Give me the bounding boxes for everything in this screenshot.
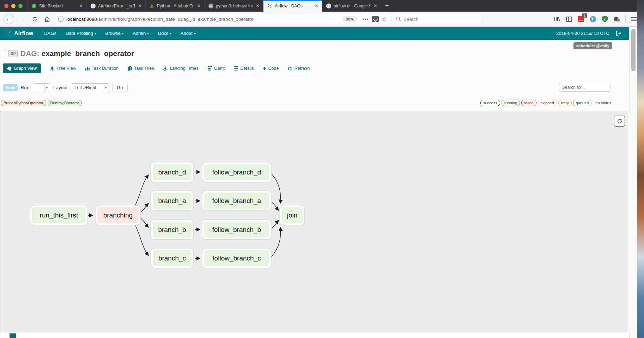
close-icon[interactable]: ✕ xyxy=(314,3,319,8)
tab-tree-view[interactable]: Tree View xyxy=(50,66,76,71)
back-button[interactable]: ← xyxy=(4,14,14,24)
page-info-icon[interactable]: i xyxy=(58,17,63,22)
copy-icon xyxy=(128,66,132,71)
nav-item-docs[interactable]: Docs▾ xyxy=(153,27,176,40)
new-tab-button[interactable]: + xyxy=(381,0,393,12)
task-node-branch-d[interactable]: branch_d xyxy=(151,162,193,182)
task-node-branch-a[interactable]: branch_a xyxy=(151,191,193,210)
svg-text:G: G xyxy=(327,4,330,8)
bookmark-star-icon[interactable]: ☆ xyxy=(382,16,387,23)
task-node-follow-branch-a[interactable]: follow_branch_a xyxy=(202,191,271,210)
tab-graph-view[interactable]: Graph View xyxy=(3,63,41,73)
toggle-knob xyxy=(3,50,9,57)
screenshot-extension-icon[interactable]: 1 xyxy=(577,16,584,23)
tab-landing-times[interactable]: Landing Times xyxy=(163,66,198,71)
refresh-link[interactable]: Refresh xyxy=(288,66,310,71)
tab-site-blocked[interactable]: Site Blocked ✕ xyxy=(28,0,86,12)
plane-icon xyxy=(163,66,168,71)
task-node-branch-c[interactable]: branch_c xyxy=(151,248,193,268)
close-window-button[interactable] xyxy=(4,4,8,8)
logout-icon[interactable] xyxy=(616,31,621,36)
go-button[interactable]: Go xyxy=(112,83,127,92)
shield-green-icon xyxy=(31,3,37,8)
scrollbar-thumb[interactable] xyxy=(631,29,636,71)
run-status-badge: None xyxy=(3,84,18,91)
view-label: Refresh xyxy=(294,66,310,71)
minimize-window-button[interactable] xyxy=(11,4,16,8)
nav-item-dags[interactable]: DAGs xyxy=(40,27,61,40)
tab-github[interactable]: python3: behave incorrectly mo ✕ xyxy=(204,0,263,12)
tab-google-search[interactable]: G airflow ui - Google Search ✕ xyxy=(322,0,381,12)
view-label: Task Duration xyxy=(92,66,119,71)
tab-gantt[interactable]: Gantt xyxy=(208,66,225,71)
bolt-icon xyxy=(263,66,266,71)
pocket-icon[interactable] xyxy=(372,16,379,22)
task-search-input[interactable] xyxy=(559,83,610,92)
caret-down-icon: ▾ xyxy=(170,32,171,35)
layout-select[interactable]: Left->Right ▾ xyxy=(72,83,109,92)
nav-item-data-profiling[interactable]: Data Profiling▾ xyxy=(61,27,101,40)
reload-button[interactable] xyxy=(30,14,40,24)
refresh-icon xyxy=(288,66,292,71)
blue-extension-icon[interactable] xyxy=(589,16,596,23)
tab-task-tries[interactable]: Task Tries xyxy=(128,66,154,71)
page-actions-icon[interactable]: ••• xyxy=(363,17,369,22)
view-label: Gantt xyxy=(214,66,225,71)
tab-title: python3: behave incorrectly mo xyxy=(216,4,253,8)
task-node-join[interactable]: join xyxy=(280,205,304,225)
airflow-pinwheel-icon xyxy=(4,29,12,38)
graph-refresh-button[interactable] xyxy=(614,116,625,127)
graph-view-icon xyxy=(7,66,12,71)
status-pill-retry: retry xyxy=(558,100,572,106)
caret-down-icon: ▾ xyxy=(122,32,124,35)
airflow-logo-text: Airflow xyxy=(14,30,33,37)
tab-details[interactable]: Details xyxy=(234,66,254,71)
nav-item-browse[interactable]: Browse▾ xyxy=(101,27,128,40)
tab-attribute-error[interactable]: G AttributeError: '_io.TextIOWrapp ✕ xyxy=(86,0,145,12)
task-node-run-this-first[interactable]: run_this_first xyxy=(30,205,87,225)
close-icon[interactable]: ✕ xyxy=(78,3,84,8)
library-icon[interactable] xyxy=(553,16,560,23)
tab-code[interactable]: Code xyxy=(263,66,279,71)
menu-icon[interactable] xyxy=(631,16,638,23)
svg-text:£: £ xyxy=(604,18,606,21)
desktop-wallpaper-sliver xyxy=(637,0,644,338)
forward-button[interactable]: → xyxy=(17,14,27,24)
home-button[interactable] xyxy=(42,14,52,24)
search-bar[interactable]: Search xyxy=(393,14,481,24)
nav-item-admin[interactable]: Admin▾ xyxy=(128,27,153,40)
close-icon[interactable]: ✕ xyxy=(196,3,201,8)
url-bar[interactable]: i localhost:8080/admin/airflow/graph?exe… xyxy=(55,14,390,24)
dag-name: example_branch_operator xyxy=(42,49,134,57)
close-icon[interactable]: ✕ xyxy=(373,3,378,8)
nav-label: About xyxy=(181,31,193,36)
google-icon: G xyxy=(326,3,331,8)
sidebar-toggle-icon[interactable] xyxy=(565,16,572,23)
close-icon[interactable]: ✕ xyxy=(255,3,260,8)
tab-task-duration[interactable]: Task Duration xyxy=(85,66,119,71)
task-node-follow-branch-b[interactable]: follow_branch_b xyxy=(202,220,271,239)
airflow-logo[interactable]: Airflow xyxy=(4,29,40,38)
nav-item-about[interactable]: About▾ xyxy=(176,27,200,40)
view-label: Graph View xyxy=(14,66,37,71)
task-node-follow-branch-d[interactable]: follow_branch_d xyxy=(202,162,271,182)
close-icon[interactable]: ✕ xyxy=(137,3,142,8)
tab-title: Airflow - DAGs xyxy=(275,4,311,8)
ghostery-extension-icon[interactable] xyxy=(613,16,620,23)
airflow-icon xyxy=(267,3,272,8)
url-text[interactable]: localhost:8080/admin/airflow/graph?execu… xyxy=(66,17,340,22)
dag-graph-panel[interactable]: run_this_first branching branch_d follow… xyxy=(0,111,629,333)
privacy-shield-icon[interactable]: £ xyxy=(601,16,608,23)
tab-airflow-dags[interactable]: Airflow - DAGs ✕ xyxy=(263,0,322,12)
task-node-follow-branch-c[interactable]: follow_branch_c xyxy=(202,248,271,268)
page-title: DAG: example_branch_operator xyxy=(20,49,134,58)
dag-pause-toggle[interactable]: Off xyxy=(3,50,18,57)
task-node-branching[interactable]: branching xyxy=(96,205,140,225)
page-scrollbar[interactable] xyxy=(629,27,637,338)
tab-python-so[interactable]: Python - AttributeError: '_io.Tex ✕ xyxy=(145,0,204,12)
zoom-window-button[interactable] xyxy=(18,4,23,8)
task-node-branch-b[interactable]: branch_b xyxy=(151,220,193,239)
zoom-level-badge[interactable]: 80% xyxy=(342,16,357,22)
run-select[interactable]: ▾ xyxy=(34,83,50,92)
traffic-lights xyxy=(0,0,28,12)
